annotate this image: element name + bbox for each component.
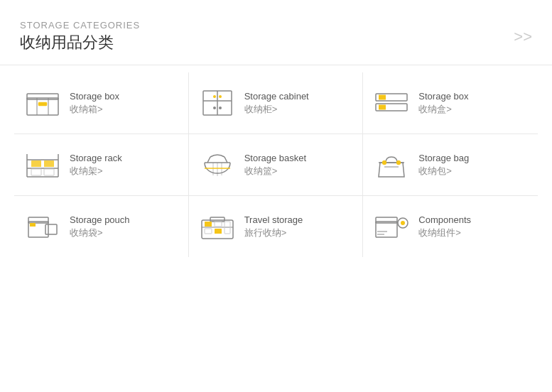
list-item[interactable]: Travel storage 旅行收纳> <box>189 196 364 257</box>
storage-box-flat-icon <box>373 88 410 118</box>
list-item[interactable]: Storage cabinet 收纳柜> <box>189 72 364 134</box>
storage-cabinet-icon <box>199 88 236 118</box>
svg-rect-1 <box>27 94 58 99</box>
list-item[interactable]: Storage box 收纳盒> <box>363 72 538 134</box>
title-chinese: 收纳用品分类 <box>20 32 140 53</box>
title-english: STORAGE CATEGORIES <box>20 20 140 31</box>
category-grid: Storage box 收纳箱> Storage cabinet 收纳柜> <box>0 65 552 264</box>
list-item[interactable]: Storage box 收纳箱> <box>14 72 189 134</box>
item-name-en: Storage pouch <box>70 214 130 225</box>
svg-rect-21 <box>31 160 41 167</box>
storage-pouch-icon <box>24 212 61 241</box>
item-name-en: Components <box>418 214 471 225</box>
svg-point-11 <box>219 107 222 109</box>
list-item[interactable]: Storage pouch 收纳袋> <box>14 196 189 257</box>
travel-storage-icon <box>199 212 236 241</box>
svg-rect-15 <box>379 105 386 110</box>
svg-rect-0 <box>27 98 58 115</box>
svg-rect-48 <box>376 222 397 237</box>
item-name-zh: 收纳柜> <box>244 103 309 116</box>
svg-rect-46 <box>215 229 222 234</box>
item-name-en: Storage rack <box>70 153 122 163</box>
item-text: Storage pouch 收纳袋> <box>70 214 130 239</box>
item-text: Travel storage 旅行收纳> <box>244 214 303 239</box>
svg-rect-45 <box>205 229 212 234</box>
item-name-en: Storage box <box>418 91 468 102</box>
item-name-zh: 收纳篮> <box>244 165 306 178</box>
item-name-en: Storage box <box>70 91 119 102</box>
item-text: Components 收纳组件> <box>418 214 471 239</box>
svg-rect-44 <box>215 222 222 227</box>
svg-point-8 <box>213 95 216 98</box>
storage-basket-icon <box>199 150 236 180</box>
svg-line-26 <box>207 157 210 163</box>
svg-line-27 <box>224 157 227 163</box>
item-text: Storage bag 收纳包> <box>418 153 469 178</box>
item-name-en: Storage basket <box>244 153 306 163</box>
item-name-zh: 收纳架> <box>70 165 122 178</box>
list-item[interactable]: Storage basket 收纳篮> <box>189 134 364 196</box>
item-text: Storage cabinet 收纳柜> <box>244 91 309 116</box>
svg-point-35 <box>382 160 386 165</box>
page-header: STORAGE CATEGORIES 收纳用品分类 >> <box>0 0 552 65</box>
storage-bag-icon <box>373 150 410 180</box>
header-arrow[interactable]: >> <box>514 28 532 46</box>
svg-rect-4 <box>38 102 47 106</box>
svg-rect-14 <box>379 95 386 100</box>
svg-rect-41 <box>210 217 224 222</box>
svg-rect-24 <box>44 169 54 175</box>
list-item[interactable]: Storage bag 收纳包> <box>363 134 538 196</box>
list-item[interactable]: Components 收纳组件> <box>363 196 538 257</box>
item-name-zh: 收纳盒> <box>418 103 468 116</box>
svg-point-34 <box>396 160 401 165</box>
item-name-en: Storage bag <box>418 153 469 163</box>
storage-rack-icon <box>24 150 61 180</box>
svg-rect-49 <box>376 217 397 223</box>
svg-rect-43 <box>205 222 212 227</box>
svg-point-9 <box>219 95 222 98</box>
item-name-zh: 收纳箱> <box>70 103 119 116</box>
item-text: Storage rack 收纳架> <box>70 153 122 178</box>
item-name-en: Travel storage <box>244 214 303 225</box>
svg-rect-39 <box>30 223 36 227</box>
item-text: Storage basket 收纳篮> <box>244 153 306 178</box>
components-icon <box>373 212 410 241</box>
svg-rect-22 <box>44 160 54 167</box>
item-name-zh: 收纳组件> <box>418 227 471 239</box>
item-text: Storage box 收纳盒> <box>418 91 468 116</box>
svg-rect-38 <box>45 224 57 234</box>
item-name-zh: 旅行收纳> <box>244 227 303 239</box>
svg-rect-37 <box>28 217 48 223</box>
item-name-zh: 收纳袋> <box>70 227 130 239</box>
svg-rect-23 <box>31 169 41 175</box>
item-name-en: Storage cabinet <box>244 91 309 102</box>
svg-point-51 <box>401 221 405 225</box>
header-titles: STORAGE CATEGORIES 收纳用品分类 <box>20 20 140 53</box>
item-text: Storage box 收纳箱> <box>70 91 119 116</box>
list-item[interactable]: Storage rack 收纳架> <box>14 134 189 196</box>
storage-box-icon <box>24 88 61 118</box>
item-name-zh: 收纳包> <box>418 165 469 178</box>
svg-point-10 <box>213 107 216 109</box>
